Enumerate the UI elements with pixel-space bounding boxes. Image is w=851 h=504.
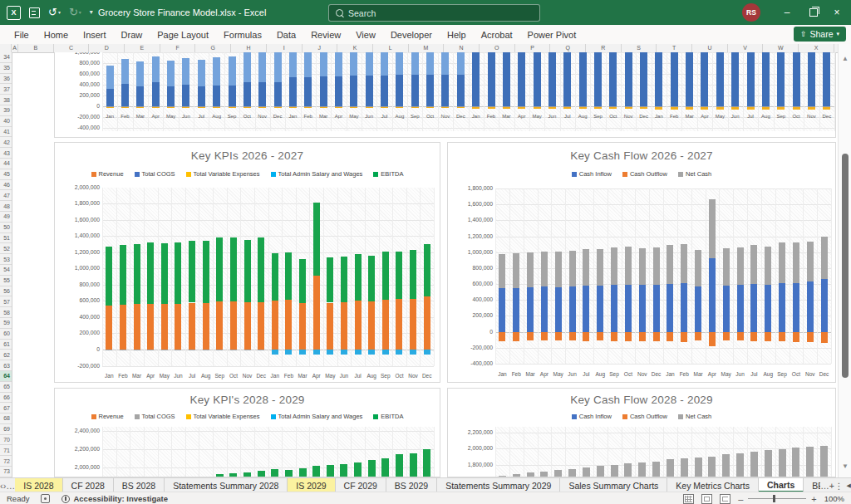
row-header-65[interactable]: 65 bbox=[0, 382, 12, 393]
ribbon-tab-review[interactable]: Review bbox=[303, 26, 348, 44]
row-header-56[interactable]: 56 bbox=[0, 286, 12, 297]
column-header-O[interactable]: O bbox=[480, 44, 515, 52]
scroll-up-arrow-icon[interactable]: ▲ bbox=[839, 52, 851, 64]
chart-cf_2627[interactable]: Key Cash Flow 2026 - 2027Cash InflowCash… bbox=[447, 142, 836, 383]
column-header-V[interactable]: V bbox=[728, 44, 764, 52]
column-header-T[interactable]: T bbox=[657, 44, 692, 52]
column-header-I[interactable]: I bbox=[267, 44, 303, 52]
column-header-W[interactable]: W bbox=[763, 44, 799, 52]
scroll-left-icon[interactable]: ◀ bbox=[846, 482, 850, 489]
sheet-tab-sales-summary-charts[interactable]: Sales Summary Charts bbox=[560, 478, 667, 492]
avatar[interactable]: RS bbox=[742, 3, 760, 22]
row-header-70[interactable]: 70 bbox=[0, 435, 12, 446]
row-header-61[interactable]: 61 bbox=[0, 340, 12, 350]
column-header-B[interactable]: B bbox=[18, 44, 54, 52]
redo-button[interactable]: ↻▾ bbox=[69, 0, 81, 25]
chart-kpi_2829[interactable]: Key KPI's 2028 - 2029RevenueTotal COGSTo… bbox=[54, 388, 440, 477]
row-header-55[interactable]: 55 bbox=[0, 276, 12, 286]
ribbon-tab-formulas[interactable]: Formulas bbox=[216, 26, 269, 44]
row-header-43[interactable]: 43 bbox=[0, 148, 12, 159]
row-header-64[interactable]: 64 bbox=[0, 371, 12, 382]
sheet-tab-bea[interactable]: BEA bbox=[804, 478, 820, 492]
row-header-47[interactable]: 47 bbox=[0, 190, 12, 201]
sheet-tab-bs-2028[interactable]: BS 2028 bbox=[114, 478, 165, 492]
vertical-scrollbar[interactable]: ▲ ▼ bbox=[838, 44, 851, 477]
row-header-49[interactable]: 49 bbox=[0, 212, 12, 223]
scrollbar-thumb[interactable] bbox=[842, 154, 849, 378]
ribbon-tab-power-pivot[interactable]: Power Pivot bbox=[520, 26, 584, 44]
row-header-72[interactable]: 72 bbox=[0, 456, 12, 467]
sheet-tab-charts[interactable]: Charts bbox=[759, 478, 804, 492]
excel-logo-icon[interactable]: X bbox=[7, 6, 21, 20]
row-header-59[interactable]: 59 bbox=[0, 318, 12, 329]
save-button[interactable] bbox=[29, 7, 40, 18]
column-header-H[interactable]: H bbox=[231, 44, 267, 52]
row-header-40[interactable]: 40 bbox=[0, 116, 12, 127]
share-button[interactable]: ⇧ Share ▾ bbox=[794, 27, 846, 42]
ribbon-tab-page-layout[interactable]: Page Layout bbox=[150, 26, 216, 44]
ribbon-tab-home[interactable]: Home bbox=[37, 26, 76, 44]
ribbon-tab-acrobat[interactable]: Acrobat bbox=[474, 26, 520, 44]
row-header-34[interactable]: 34 bbox=[0, 52, 12, 63]
row-header-67[interactable]: 67 bbox=[0, 403, 12, 413]
zoom-out-button[interactable]: – bbox=[738, 494, 743, 504]
ribbon-tab-draw[interactable]: Draw bbox=[114, 26, 150, 44]
minimize-button[interactable]: – bbox=[773, 0, 801, 25]
zoom-slider[interactable]: – + bbox=[738, 494, 817, 504]
row-header-63[interactable]: 63 bbox=[0, 360, 12, 371]
sheet-tab-cf-2029[interactable]: CF 2029 bbox=[336, 478, 386, 492]
page-break-view-icon[interactable] bbox=[720, 494, 730, 504]
ribbon-tab-view[interactable]: View bbox=[348, 26, 383, 44]
column-header-J[interactable]: J bbox=[303, 44, 338, 52]
column-header-P[interactable]: P bbox=[515, 44, 551, 52]
zoom-in-button[interactable]: + bbox=[811, 494, 816, 504]
zoom-level[interactable]: 100% bbox=[824, 494, 844, 503]
column-header-K[interactable]: K bbox=[337, 44, 373, 52]
row-header-42[interactable]: 42 bbox=[0, 137, 12, 148]
row-header-45[interactable]: 45 bbox=[0, 169, 12, 180]
column-header-U[interactable]: U bbox=[692, 44, 728, 52]
column-header-F[interactable]: F bbox=[160, 44, 196, 52]
row-header-48[interactable]: 48 bbox=[0, 201, 12, 212]
row-header-69[interactable]: 69 bbox=[0, 424, 12, 435]
row-header-62[interactable]: 62 bbox=[0, 350, 12, 360]
column-header-R[interactable]: R bbox=[586, 44, 622, 52]
row-header-66[interactable]: 66 bbox=[0, 393, 12, 404]
chart-kpi_top[interactable]: 1,000,000800,000600,000400,000200,0000-2… bbox=[54, 52, 836, 138]
sheet-tab-cf-2028[interactable]: CF 2028 bbox=[63, 478, 114, 492]
row-header-58[interactable]: 58 bbox=[0, 307, 12, 318]
column-header-D[interactable]: D bbox=[89, 44, 125, 52]
row-header-46[interactable]: 46 bbox=[0, 180, 12, 191]
sheet-tab-statements-summary-2028[interactable]: Statements Summary 2028 bbox=[165, 478, 288, 492]
sheet-tab-statements-summary-2029[interactable]: Statements Summary 2029 bbox=[437, 478, 560, 492]
column-header-M[interactable]: M bbox=[409, 44, 445, 52]
column-header-X[interactable]: X bbox=[799, 44, 834, 52]
column-header-C[interactable]: C bbox=[54, 44, 90, 52]
column-header-L[interactable]: L bbox=[373, 44, 409, 52]
ribbon-tab-data[interactable]: Data bbox=[269, 26, 303, 44]
ribbon-tab-insert[interactable]: Insert bbox=[76, 26, 114, 44]
row-header-60[interactable]: 60 bbox=[0, 329, 12, 340]
row-header-54[interactable]: 54 bbox=[0, 265, 12, 276]
row-header-53[interactable]: 53 bbox=[0, 254, 12, 265]
column-header-Q[interactable]: Q bbox=[550, 44, 586, 52]
column-header-E[interactable]: E bbox=[125, 44, 160, 52]
zoom-thumb[interactable] bbox=[773, 495, 775, 502]
sheet-tab-is-2029[interactable]: IS 2029 bbox=[288, 478, 335, 492]
scroll-down-arrow-icon[interactable]: ▼ bbox=[839, 460, 851, 472]
chart-kpi_2627[interactable]: Key KPIs 2026 - 2027RevenueTotal COGSTot… bbox=[54, 142, 440, 383]
customize-qat-button[interactable]: ▾ bbox=[90, 0, 93, 25]
horizontal-tab-scrollbar[interactable]: ◀▶ bbox=[846, 478, 851, 492]
row-header-73[interactable]: 73 bbox=[0, 467, 12, 477]
page-layout-view-icon[interactable] bbox=[701, 494, 712, 504]
row-header-35[interactable]: 35 bbox=[0, 63, 12, 74]
row-headers[interactable]: 3435363738394041424344454647484950515253… bbox=[0, 52, 12, 477]
sheet-tab-bs-2029[interactable]: BS 2029 bbox=[386, 478, 437, 492]
chart-cf_2829[interactable]: Key Cash Flow 2028 - 2029Cash InflowCash… bbox=[447, 388, 836, 477]
row-header-41[interactable]: 41 bbox=[0, 127, 12, 138]
ribbon-tab-help[interactable]: Help bbox=[440, 26, 474, 44]
select-all-corner[interactable] bbox=[0, 44, 12, 52]
row-header-50[interactable]: 50 bbox=[0, 223, 12, 233]
column-header-A[interactable]: A bbox=[12, 44, 18, 52]
sheet-options-kebab[interactable]: ⋮ bbox=[834, 478, 844, 492]
